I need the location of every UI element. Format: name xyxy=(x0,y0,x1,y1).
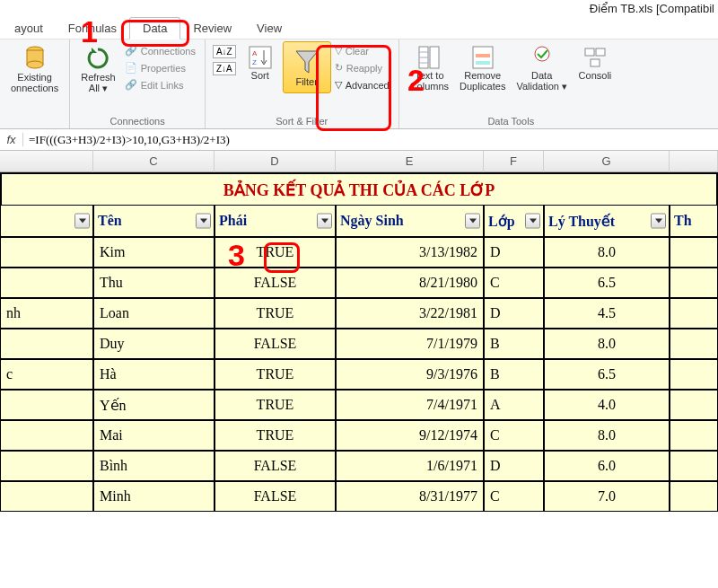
tab-review[interactable]: Review xyxy=(180,18,244,39)
cell[interactable] xyxy=(0,420,93,451)
formula-input[interactable] xyxy=(23,131,718,149)
filter-dropdown-col0[interactable] xyxy=(74,214,90,229)
cell[interactable]: TRUE xyxy=(215,298,336,329)
filter-dropdown-lop[interactable] xyxy=(525,214,540,229)
sort-button[interactable]: AZ Sort xyxy=(238,41,283,84)
cell[interactable]: D xyxy=(484,237,544,268)
cell[interactable]: 3/22/1981 xyxy=(336,298,484,329)
col-header-f[interactable]: F xyxy=(484,151,544,172)
cell[interactable]: FALSE xyxy=(215,481,336,512)
cell[interactable] xyxy=(670,268,718,298)
hdr-th[interactable]: Th xyxy=(670,205,718,237)
col-header-c[interactable]: C xyxy=(93,151,215,172)
cell[interactable]: TRUE xyxy=(215,390,336,420)
cell[interactable] xyxy=(0,451,93,481)
col-header-h[interactable] xyxy=(670,151,718,172)
cell[interactable]: D xyxy=(484,451,544,481)
tab-formulas[interactable]: Formulas xyxy=(56,18,129,39)
cell[interactable]: Hà xyxy=(93,359,215,390)
cell[interactable]: Thu xyxy=(93,268,215,298)
cell[interactable]: 9/12/1974 xyxy=(336,420,484,451)
cell[interactable] xyxy=(670,359,718,390)
cell[interactable]: FALSE xyxy=(215,451,336,481)
filter-dropdown-lythuyet[interactable] xyxy=(651,214,666,229)
cell[interactable]: A xyxy=(484,390,544,420)
cell[interactable]: 8.0 xyxy=(544,329,670,359)
filter-dropdown-phai[interactable] xyxy=(317,214,332,229)
text-to-columns-button[interactable]: Text to Columns xyxy=(405,41,454,95)
connections-button[interactable]: 🔗 Connections xyxy=(125,45,196,57)
cell[interactable]: Loan xyxy=(93,298,215,329)
cell[interactable] xyxy=(670,390,718,420)
cell[interactable]: 6.5 xyxy=(544,359,670,390)
cell[interactable] xyxy=(670,237,718,268)
refresh-all-button[interactable]: Refresh All ▾ xyxy=(75,41,121,97)
hdr-col0[interactable] xyxy=(0,205,93,237)
reapply-button[interactable]: ↻ Reapply xyxy=(335,62,390,74)
cell[interactable]: TRUE xyxy=(215,237,336,268)
tab-view[interactable]: View xyxy=(244,18,294,39)
cell[interactable]: 6.0 xyxy=(544,451,670,481)
cell[interactable]: FALSE xyxy=(215,268,336,298)
sort-za-icon[interactable]: Z↓A xyxy=(213,62,236,75)
col-header-blank[interactable] xyxy=(0,151,93,172)
cell[interactable] xyxy=(670,298,718,329)
hdr-ten[interactable]: Tên xyxy=(93,205,215,237)
cell[interactable] xyxy=(670,420,718,451)
advanced-button[interactable]: ▽ Advanced xyxy=(335,79,390,91)
cell[interactable]: Duy xyxy=(93,329,215,359)
col-header-g[interactable]: G xyxy=(544,151,670,172)
existing-connections-button[interactable]: Existing onnections xyxy=(5,41,64,97)
cell[interactable]: 9/3/1976 xyxy=(336,359,484,390)
cell[interactable]: 6.5 xyxy=(544,268,670,298)
cell[interactable] xyxy=(670,451,718,481)
filter-dropdown-ten[interactable] xyxy=(196,214,211,229)
cell[interactable]: C xyxy=(484,268,544,298)
cell[interactable]: 7.0 xyxy=(544,481,670,512)
cell[interactable]: nh xyxy=(0,298,93,329)
col-header-e[interactable]: E xyxy=(336,151,484,172)
remove-duplicates-button[interactable]: Remove Duplicates xyxy=(454,41,511,95)
cell[interactable]: c xyxy=(0,359,93,390)
cell[interactable]: 8.0 xyxy=(544,237,670,268)
cell[interactable]: 3/13/1982 xyxy=(336,237,484,268)
cell[interactable] xyxy=(670,481,718,512)
cell[interactable]: 8.0 xyxy=(544,420,670,451)
hdr-lythuyet[interactable]: Lý Thuyết xyxy=(544,205,670,237)
hdr-lop[interactable]: Lớp xyxy=(484,205,544,237)
data-validation-button[interactable]: Data Validation ▾ xyxy=(511,41,573,95)
cell[interactable]: Mai xyxy=(93,420,215,451)
cell[interactable]: D xyxy=(484,298,544,329)
fx-button[interactable]: fx xyxy=(0,133,23,146)
cell[interactable]: C xyxy=(484,420,544,451)
cell[interactable]: Yến xyxy=(93,390,215,420)
cell[interactable]: 4.0 xyxy=(544,390,670,420)
hdr-ngaysinh[interactable]: Ngày Sinh xyxy=(336,205,484,237)
cell[interactable]: 7/1/1979 xyxy=(336,329,484,359)
cell[interactable]: TRUE xyxy=(215,420,336,451)
cell[interactable]: Kim xyxy=(93,237,215,268)
cell[interactable]: TRUE xyxy=(215,359,336,390)
properties-button[interactable]: 📄 Properties xyxy=(125,62,196,74)
tab-layout[interactable]: ayout xyxy=(2,18,56,39)
cell[interactable] xyxy=(0,329,93,359)
cell[interactable] xyxy=(0,390,93,420)
clear-button[interactable]: ▽ Clear xyxy=(335,45,390,57)
cell[interactable]: Minh xyxy=(93,481,215,512)
cell[interactable]: B xyxy=(484,359,544,390)
cell[interactable] xyxy=(0,237,93,268)
cell[interactable] xyxy=(0,481,93,512)
cell[interactable]: Bình xyxy=(93,451,215,481)
cell[interactable]: B xyxy=(484,329,544,359)
cell[interactable]: 8/31/1977 xyxy=(336,481,484,512)
filter-button[interactable]: Filter xyxy=(283,41,331,93)
sheet-title[interactable]: BẢNG KẾT QUẢ THI CỦA CÁC LỚP xyxy=(0,172,718,205)
cell[interactable]: FALSE xyxy=(215,329,336,359)
tab-data[interactable]: Data xyxy=(129,17,180,39)
cell[interactable]: 1/6/1971 xyxy=(336,451,484,481)
cell[interactable]: C xyxy=(484,481,544,512)
cell[interactable]: 8/21/1980 xyxy=(336,268,484,298)
col-header-d[interactable]: D xyxy=(215,151,336,172)
consolidate-button[interactable]: Consoli xyxy=(573,41,617,84)
cell[interactable] xyxy=(0,268,93,298)
